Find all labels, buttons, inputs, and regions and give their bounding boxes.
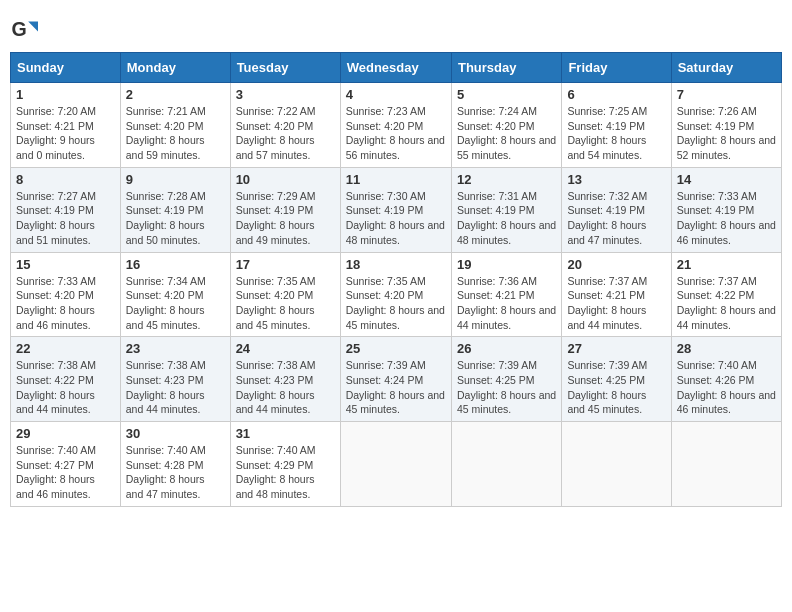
calendar-cell: 26 Sunrise: 7:39 AMSunset: 4:25 PMDaylig… <box>451 337 561 422</box>
day-number: 7 <box>677 87 776 102</box>
day-detail: Sunrise: 7:21 AMSunset: 4:20 PMDaylight:… <box>126 105 206 161</box>
day-detail: Sunrise: 7:40 AMSunset: 4:28 PMDaylight:… <box>126 444 206 500</box>
day-number: 2 <box>126 87 225 102</box>
day-number: 16 <box>126 257 225 272</box>
calendar-cell: 8 Sunrise: 7:27 AMSunset: 4:19 PMDayligh… <box>11 167 121 252</box>
day-detail: Sunrise: 7:20 AMSunset: 4:21 PMDaylight:… <box>16 105 96 161</box>
day-detail: Sunrise: 7:24 AMSunset: 4:20 PMDaylight:… <box>457 105 556 161</box>
day-detail: Sunrise: 7:34 AMSunset: 4:20 PMDaylight:… <box>126 275 206 331</box>
calendar-cell: 6 Sunrise: 7:25 AMSunset: 4:19 PMDayligh… <box>562 83 671 168</box>
day-detail: Sunrise: 7:38 AMSunset: 4:23 PMDaylight:… <box>236 359 316 415</box>
calendar-cell: 4 Sunrise: 7:23 AMSunset: 4:20 PMDayligh… <box>340 83 451 168</box>
day-number: 4 <box>346 87 446 102</box>
calendar-cell: 9 Sunrise: 7:28 AMSunset: 4:19 PMDayligh… <box>120 167 230 252</box>
calendar-cell: 14 Sunrise: 7:33 AMSunset: 4:19 PMDaylig… <box>671 167 781 252</box>
day-detail: Sunrise: 7:32 AMSunset: 4:19 PMDaylight:… <box>567 190 647 246</box>
day-number: 1 <box>16 87 115 102</box>
day-detail: Sunrise: 7:30 AMSunset: 4:19 PMDaylight:… <box>346 190 445 246</box>
calendar-cell: 19 Sunrise: 7:36 AMSunset: 4:21 PMDaylig… <box>451 252 561 337</box>
day-number: 8 <box>16 172 115 187</box>
day-detail: Sunrise: 7:39 AMSunset: 4:24 PMDaylight:… <box>346 359 445 415</box>
day-detail: Sunrise: 7:33 AMSunset: 4:20 PMDaylight:… <box>16 275 96 331</box>
day-number: 12 <box>457 172 556 187</box>
weekday-header-thursday: Thursday <box>451 53 561 83</box>
day-number: 10 <box>236 172 335 187</box>
day-number: 13 <box>567 172 665 187</box>
day-number: 14 <box>677 172 776 187</box>
day-number: 21 <box>677 257 776 272</box>
calendar-cell: 20 Sunrise: 7:37 AMSunset: 4:21 PMDaylig… <box>562 252 671 337</box>
day-number: 17 <box>236 257 335 272</box>
calendar-cell: 29 Sunrise: 7:40 AMSunset: 4:27 PMDaylig… <box>11 422 121 507</box>
day-detail: Sunrise: 7:31 AMSunset: 4:19 PMDaylight:… <box>457 190 556 246</box>
day-number: 9 <box>126 172 225 187</box>
calendar-cell: 21 Sunrise: 7:37 AMSunset: 4:22 PMDaylig… <box>671 252 781 337</box>
calendar-cell: 24 Sunrise: 7:38 AMSunset: 4:23 PMDaylig… <box>230 337 340 422</box>
day-detail: Sunrise: 7:40 AMSunset: 4:26 PMDaylight:… <box>677 359 776 415</box>
day-number: 22 <box>16 341 115 356</box>
calendar-cell: 31 Sunrise: 7:40 AMSunset: 4:29 PMDaylig… <box>230 422 340 507</box>
calendar-cell <box>671 422 781 507</box>
weekday-header-wednesday: Wednesday <box>340 53 451 83</box>
day-number: 29 <box>16 426 115 441</box>
calendar-week-row: 1 Sunrise: 7:20 AMSunset: 4:21 PMDayligh… <box>11 83 782 168</box>
calendar-cell: 7 Sunrise: 7:26 AMSunset: 4:19 PMDayligh… <box>671 83 781 168</box>
day-detail: Sunrise: 7:40 AMSunset: 4:27 PMDaylight:… <box>16 444 96 500</box>
calendar-cell <box>451 422 561 507</box>
day-number: 15 <box>16 257 115 272</box>
day-detail: Sunrise: 7:39 AMSunset: 4:25 PMDaylight:… <box>457 359 556 415</box>
day-detail: Sunrise: 7:36 AMSunset: 4:21 PMDaylight:… <box>457 275 556 331</box>
day-number: 27 <box>567 341 665 356</box>
calendar-cell: 22 Sunrise: 7:38 AMSunset: 4:22 PMDaylig… <box>11 337 121 422</box>
day-number: 30 <box>126 426 225 441</box>
calendar-cell: 15 Sunrise: 7:33 AMSunset: 4:20 PMDaylig… <box>11 252 121 337</box>
day-number: 6 <box>567 87 665 102</box>
logo: G <box>10 16 40 44</box>
calendar-week-row: 29 Sunrise: 7:40 AMSunset: 4:27 PMDaylig… <box>11 422 782 507</box>
day-number: 20 <box>567 257 665 272</box>
calendar-cell: 13 Sunrise: 7:32 AMSunset: 4:19 PMDaylig… <box>562 167 671 252</box>
day-number: 23 <box>126 341 225 356</box>
day-number: 24 <box>236 341 335 356</box>
day-detail: Sunrise: 7:23 AMSunset: 4:20 PMDaylight:… <box>346 105 445 161</box>
day-number: 19 <box>457 257 556 272</box>
day-number: 5 <box>457 87 556 102</box>
calendar-cell: 23 Sunrise: 7:38 AMSunset: 4:23 PMDaylig… <box>120 337 230 422</box>
weekday-header-saturday: Saturday <box>671 53 781 83</box>
calendar-cell: 3 Sunrise: 7:22 AMSunset: 4:20 PMDayligh… <box>230 83 340 168</box>
calendar-cell: 5 Sunrise: 7:24 AMSunset: 4:20 PMDayligh… <box>451 83 561 168</box>
svg-marker-1 <box>28 22 38 32</box>
day-number: 3 <box>236 87 335 102</box>
day-detail: Sunrise: 7:37 AMSunset: 4:21 PMDaylight:… <box>567 275 647 331</box>
day-number: 11 <box>346 172 446 187</box>
calendar-cell: 27 Sunrise: 7:39 AMSunset: 4:25 PMDaylig… <box>562 337 671 422</box>
logo-icon: G <box>10 16 38 44</box>
weekday-header-monday: Monday <box>120 53 230 83</box>
day-detail: Sunrise: 7:26 AMSunset: 4:19 PMDaylight:… <box>677 105 776 161</box>
day-detail: Sunrise: 7:27 AMSunset: 4:19 PMDaylight:… <box>16 190 96 246</box>
calendar-table: SundayMondayTuesdayWednesdayThursdayFrid… <box>10 52 782 507</box>
calendar-cell: 17 Sunrise: 7:35 AMSunset: 4:20 PMDaylig… <box>230 252 340 337</box>
day-number: 18 <box>346 257 446 272</box>
day-detail: Sunrise: 7:29 AMSunset: 4:19 PMDaylight:… <box>236 190 316 246</box>
calendar-week-row: 22 Sunrise: 7:38 AMSunset: 4:22 PMDaylig… <box>11 337 782 422</box>
calendar-cell: 16 Sunrise: 7:34 AMSunset: 4:20 PMDaylig… <box>120 252 230 337</box>
day-detail: Sunrise: 7:38 AMSunset: 4:22 PMDaylight:… <box>16 359 96 415</box>
calendar-cell: 11 Sunrise: 7:30 AMSunset: 4:19 PMDaylig… <box>340 167 451 252</box>
day-detail: Sunrise: 7:38 AMSunset: 4:23 PMDaylight:… <box>126 359 206 415</box>
calendar-header-row: SundayMondayTuesdayWednesdayThursdayFrid… <box>11 53 782 83</box>
weekday-header-sunday: Sunday <box>11 53 121 83</box>
day-detail: Sunrise: 7:28 AMSunset: 4:19 PMDaylight:… <box>126 190 206 246</box>
day-detail: Sunrise: 7:39 AMSunset: 4:25 PMDaylight:… <box>567 359 647 415</box>
calendar-cell <box>340 422 451 507</box>
day-detail: Sunrise: 7:22 AMSunset: 4:20 PMDaylight:… <box>236 105 316 161</box>
weekday-header-tuesday: Tuesday <box>230 53 340 83</box>
calendar-cell <box>562 422 671 507</box>
calendar-cell: 18 Sunrise: 7:35 AMSunset: 4:20 PMDaylig… <box>340 252 451 337</box>
svg-text:G: G <box>11 18 26 40</box>
calendar-cell: 2 Sunrise: 7:21 AMSunset: 4:20 PMDayligh… <box>120 83 230 168</box>
calendar-cell: 1 Sunrise: 7:20 AMSunset: 4:21 PMDayligh… <box>11 83 121 168</box>
day-detail: Sunrise: 7:35 AMSunset: 4:20 PMDaylight:… <box>236 275 316 331</box>
day-detail: Sunrise: 7:25 AMSunset: 4:19 PMDaylight:… <box>567 105 647 161</box>
day-number: 26 <box>457 341 556 356</box>
